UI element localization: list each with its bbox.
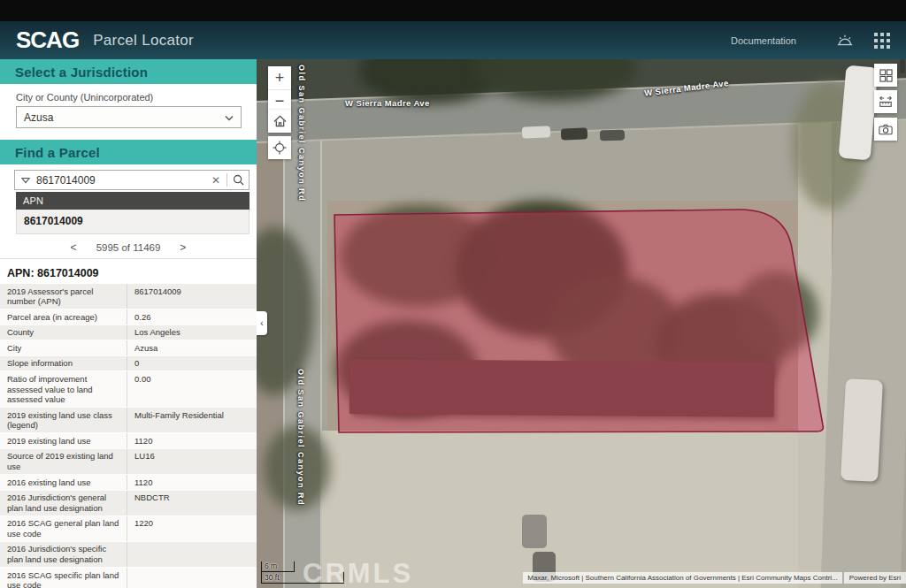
crmls-watermark: CRMLS	[303, 558, 413, 588]
map-attribution: Maxar, Microsoft | Southern California A…	[523, 572, 906, 584]
section-find-a-parcel: Find a Parcel	[0, 140, 257, 164]
scrollbar-thumb[interactable]	[900, 59, 905, 73]
sidebar: Select a Jurisdiction City or County (Un…	[0, 59, 257, 588]
pagination-text: 5995 of 11469	[96, 242, 161, 253]
table-row: Ratio of improvement assessed value to l…	[0, 371, 257, 408]
prev-result-button[interactable]: <	[67, 241, 81, 254]
powered-by-esri: Powered by Esri	[844, 572, 906, 584]
map-canvas[interactable]: W Sierra Madre Ave W Sierra Madre Ave Ol…	[257, 59, 906, 588]
attribute-value	[127, 542, 257, 567]
attribute-label: City	[0, 340, 127, 355]
street-label: Old San Gabriel Canyon Rd	[297, 65, 306, 202]
attribute-value: Multi-Family Residential	[127, 408, 257, 432]
scag-parcel-locator-app: SCAG Parcel Locator Documentation Select…	[0, 0, 906, 588]
attribute-value: Los Angeles	[127, 325, 257, 340]
attribute-value: Azusa	[127, 340, 257, 355]
app-launcher-grid-icon[interactable]	[871, 29, 894, 52]
jurisdiction-selected-value: Azusa	[24, 111, 225, 124]
jurisdiction-select[interactable]: Azusa	[16, 106, 242, 128]
attribute-value: LU16	[127, 449, 257, 474]
attribute-label: Slope information	[0, 356, 127, 371]
parked-car	[600, 130, 625, 141]
attribute-label: Ratio of improvement assessed value to l…	[0, 371, 127, 407]
sidebar-collapse-button[interactable]: ‹	[257, 311, 267, 335]
street-label: W Sierra Madre Ave	[345, 98, 430, 108]
search-icon[interactable]	[227, 174, 249, 186]
attribute-label: 2016 SCAG general plan land use code	[0, 516, 127, 541]
jurisdiction-field-label: City or County (Unincorporated)	[16, 92, 242, 103]
attribute-label: 2019 existing land use	[0, 433, 127, 448]
zoom-in-button[interactable]: +	[268, 66, 291, 89]
attribute-label: 2016 Jurisdiction's general plan land us…	[0, 491, 127, 515]
parked-car	[561, 127, 587, 140]
window-top-bar	[0, 0, 906, 21]
app-header: SCAG Parcel Locator Documentation	[0, 21, 906, 59]
table-row: 2016 existing land use1120	[0, 475, 257, 491]
scag-logo: SCAG	[16, 27, 79, 54]
parked-car	[522, 515, 547, 548]
tree	[734, 271, 818, 355]
result-pagination: < 5995 of 11469 >	[0, 236, 257, 259]
table-row: 2016 SCAG specific plan land use code	[0, 568, 257, 588]
table-row: Parcel area (in acreage)0.26	[0, 309, 257, 325]
attribute-label: 2016 existing land use	[0, 475, 127, 490]
table-row: Source of 2019 existing land useLU16	[0, 449, 257, 475]
documentation-link[interactable]: Documentation	[731, 35, 796, 46]
attribute-value: NBDCTR	[127, 491, 257, 515]
parcel-details-heading: APN: 8617014009	[7, 267, 250, 279]
zoom-control: + −	[268, 66, 291, 112]
attribute-value	[127, 568, 257, 588]
attribute-value: 1120	[127, 475, 257, 490]
next-result-button[interactable]: >	[176, 241, 189, 254]
screenshot-camera-button[interactable]	[874, 118, 897, 141]
basemap-gallery-button[interactable]	[874, 64, 897, 87]
scale-metric: 6 m	[261, 561, 295, 572]
attribute-value: 0.00	[127, 371, 257, 407]
parked-car	[522, 126, 550, 138]
attribute-label: 2019 Assessor's parcel number (APN)	[0, 284, 127, 309]
clear-search-icon[interactable]: ✕	[205, 174, 226, 187]
table-row: 2016 SCAG general plan land use code1220	[0, 516, 257, 542]
measure-tool-button[interactable]	[874, 90, 897, 113]
attribute-value: 1220	[127, 516, 257, 541]
parcel-search-box: ✕	[14, 170, 250, 190]
attribute-value: 8617014009	[127, 284, 257, 309]
table-row: 2019 existing land use1120	[0, 433, 257, 449]
building-roof	[349, 359, 774, 416]
parcel-search-input[interactable]	[36, 174, 205, 187]
attribute-label: 2019 existing land use class (legend)	[0, 408, 127, 432]
suggestion-item[interactable]: 8617014009	[16, 210, 250, 234]
white-rv	[841, 378, 883, 482]
attribution-text: Maxar, Microsoft | Southern California A…	[523, 572, 842, 584]
street-label: Old San Gabriel Canyon Rd	[296, 369, 305, 506]
parcel-attributes-table: 2019 Assessor's parcel number (APN)86170…	[0, 284, 257, 588]
chevron-down-icon	[225, 111, 234, 124]
suggestion-group-header: APN	[16, 192, 250, 210]
attribute-label: Parcel area (in acreage)	[0, 309, 127, 325]
attribute-label: Source of 2019 existing land use	[0, 449, 127, 474]
table-row: 2016 Jurisdiction's specific plan land u…	[0, 542, 257, 568]
table-row: 2019 existing land use class (legend)Mul…	[0, 408, 257, 433]
attribute-value: 0.26	[127, 309, 257, 325]
search-source-dropdown-icon[interactable]	[15, 177, 36, 184]
table-row: 2019 Assessor's parcel number (APN)86170…	[0, 284, 257, 309]
home-button[interactable]	[268, 110, 291, 133]
table-row: CityAzusa	[0, 340, 257, 356]
attribute-label: 2016 SCAG specific plan land use code	[0, 568, 127, 588]
section-select-jurisdiction: Select a Jurisdiction	[0, 59, 257, 84]
attribute-label: 2016 Jurisdiction's specific plan land u…	[0, 542, 127, 567]
table-row: 2016 Jurisdiction's general plan land us…	[0, 491, 257, 516]
attribute-value: 0	[127, 356, 257, 371]
table-row: CountyLos Angeles	[0, 325, 257, 341]
table-row: Slope information0	[0, 356, 257, 372]
attribute-value: 1120	[127, 433, 257, 448]
attribute-label: County	[0, 325, 127, 340]
theme-sunrise-icon[interactable]	[833, 29, 856, 52]
page-title: Parcel Locator	[93, 32, 194, 50]
locate-button[interactable]	[268, 136, 291, 159]
